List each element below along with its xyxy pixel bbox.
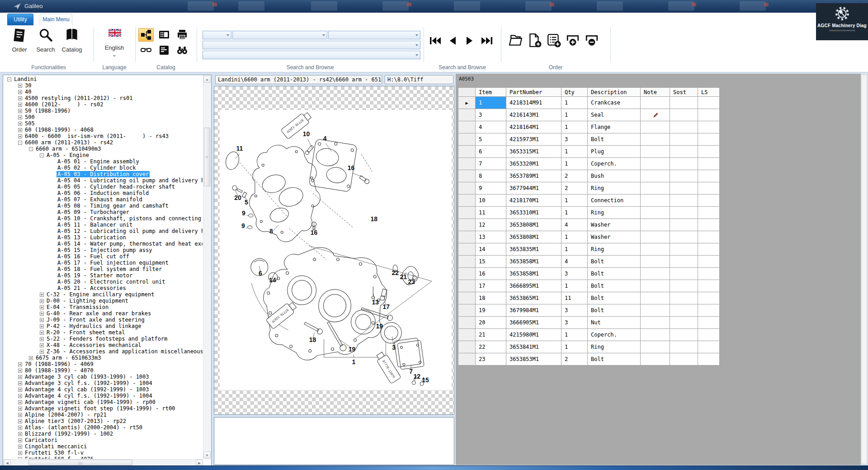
tree-item[interactable]: +G-40 - Rear axle and rear brakes	[4, 310, 203, 317]
table-row[interactable]: 93677944M12Ring	[458, 182, 720, 195]
expand-icon[interactable]: +	[40, 312, 44, 316]
note-cell[interactable]	[641, 304, 670, 317]
partnumber-cell[interactable]: 3666895M1	[506, 280, 561, 292]
ls-cell[interactable]	[698, 97, 720, 109]
sost-cell[interactable]	[670, 292, 698, 304]
tree-item-label[interactable]: D-00 - Lighting equipment	[46, 298, 129, 304]
partnumber-cell[interactable]: 3653858M1	[506, 268, 561, 280]
sost-cell[interactable]	[670, 219, 698, 231]
expand-icon[interactable]: +	[18, 122, 22, 126]
make-combobox[interactable]: Landini	[203, 31, 231, 39]
diagram-callout-10[interactable]: 10	[303, 130, 310, 138]
sost-cell[interactable]	[670, 109, 698, 121]
tree-item-label[interactable]: A-05 11 - Balancer unit	[57, 222, 133, 228]
ls-cell[interactable]	[698, 268, 720, 280]
expand-icon[interactable]: +	[18, 400, 22, 404]
diagram-callout-17[interactable]: 17	[383, 303, 390, 310]
tree-item[interactable]: +Advantage vigneti foot step (1994-1999)…	[4, 405, 203, 412]
tree-item-label[interactable]: Advantage vigneti cab (1994-1999) - rp00	[24, 399, 156, 405]
diagram-callout-12[interactable]: 12	[413, 373, 420, 380]
scroll-right-button[interactable]: ▶	[196, 460, 203, 466]
item-cell[interactable]: 12	[476, 219, 506, 231]
tree-item[interactable]: A-05 12 - Lubricating oil pump and deliv…	[4, 228, 203, 234]
description-cell[interactable]: Bolt	[588, 256, 641, 268]
sost-cell[interactable]	[670, 243, 698, 256]
tree-item[interactable]: A-05 15 - Injection pump assy	[4, 247, 203, 253]
tree-item[interactable]: -6600 arm (2011-2013) - rs42	[4, 139, 203, 146]
ls-cell[interactable]	[698, 329, 720, 341]
partnumber-cell[interactable]: 4215973M1	[506, 133, 561, 146]
image-source-field[interactable]: H:\8.0\Tiff	[385, 75, 453, 84]
item-cell[interactable]: 10	[476, 195, 506, 207]
tree-item[interactable]: +Advantage vigneti cab (1994-1999) - rp0…	[4, 399, 203, 405]
item-cell[interactable]: 20	[476, 317, 506, 329]
row-selector[interactable]	[458, 219, 476, 231]
sost-cell[interactable]	[670, 170, 698, 182]
ls-cell[interactable]	[698, 341, 720, 353]
tree-item-label[interactable]: Landini	[13, 76, 38, 82]
note-cell[interactable]	[641, 195, 670, 207]
column-header-note[interactable]: Note	[641, 88, 670, 97]
table-row[interactable]: 104218170M11Connection	[458, 195, 720, 207]
tree-item-label[interactable]: X-48 - Accessories mechanical	[46, 342, 142, 348]
tree-item-label[interactable]: Alpine (2004-2007) - rp21	[24, 412, 108, 418]
table-row[interactable]: 163653858M13Bolt	[458, 268, 720, 280]
collapse-icon[interactable]: -	[40, 153, 44, 157]
diagram-callout-1[interactable]: 1	[352, 358, 356, 366]
tree-item-label[interactable]: A-05 04 - Lubricating oil pump and deliv…	[57, 177, 203, 184]
table-row[interactable]: 83653789M12Bush	[458, 170, 720, 182]
order-list-add-button[interactable]	[545, 31, 562, 50]
note-cell[interactable]	[641, 243, 670, 256]
description-cell[interactable]: Ring	[588, 182, 641, 195]
qty-cell[interactable]: 1	[561, 146, 588, 158]
row-selector[interactable]	[458, 195, 476, 207]
expand-icon[interactable]: +	[18, 407, 22, 411]
tree-item[interactable]: +R-20 - Front sheet metal	[4, 329, 203, 336]
ls-cell[interactable]	[698, 219, 720, 231]
item-cell[interactable]: 13	[476, 231, 506, 243]
sost-cell[interactable]	[670, 304, 698, 317]
item-cell[interactable]: 19	[476, 304, 506, 317]
partnumber-cell[interactable]: 3653865M1	[506, 292, 561, 304]
tree-item[interactable]: A-05 10 - Crankshaft, pistons and connec…	[4, 215, 203, 222]
row-selector[interactable]	[458, 268, 476, 280]
diagram-callout-16[interactable]: 16	[311, 229, 318, 236]
tree-item-label[interactable]: A-05 05 - Cylinder head-rocker shaft	[57, 184, 176, 190]
tree-item[interactable]: +Alpine (2004-2007) - rp21	[4, 412, 203, 418]
row-selector[interactable]	[458, 256, 476, 268]
note-cell[interactable]	[641, 341, 670, 353]
description-cell[interactable]: Coperch.	[588, 158, 641, 170]
qty-cell[interactable]: 1	[561, 195, 588, 207]
table-row[interactable]: 143653835M11Ring	[458, 243, 720, 256]
tree-item[interactable]: A-05 19 - Starter motor	[4, 272, 203, 279]
expand-icon[interactable]: +	[18, 457, 22, 459]
chevron-down-icon[interactable]	[113, 55, 116, 57]
diagram-callout-23[interactable]: 23	[408, 278, 415, 285]
group-combobox[interactable]: A-05 - Engine	[203, 41, 420, 49]
description-cell[interactable]: Connection	[588, 195, 641, 207]
description-cell[interactable]: Crankcase	[588, 97, 641, 109]
row-selector[interactable]	[458, 280, 476, 292]
order-button[interactable]: Order	[6, 27, 33, 58]
ls-cell[interactable]	[698, 353, 720, 366]
expand-icon[interactable]: +	[18, 381, 22, 385]
tree-item-label[interactable]: 500	[24, 114, 36, 120]
row-selector[interactable]	[458, 353, 476, 366]
tree-item-label[interactable]: G-40 - Rear axle and rear brakes	[46, 310, 152, 317]
description-cell[interactable]: Ring	[588, 243, 641, 256]
item-cell[interactable]: 15	[476, 256, 506, 268]
expand-icon[interactable]: +	[18, 84, 22, 88]
ls-cell[interactable]	[698, 243, 720, 256]
item-cell[interactable]: 7	[476, 158, 506, 170]
tree-item[interactable]: +P-42 - Hydraulics and linkage	[4, 323, 203, 329]
sost-cell[interactable]	[670, 97, 698, 109]
partnumber-cell[interactable]: 4218314M91	[506, 97, 561, 109]
qty-cell[interactable]: 1	[561, 341, 588, 353]
tree-item[interactable]: +Advantage 3 cyl cab (1993-1999) - 1003	[4, 374, 203, 380]
tree-item[interactable]: -6660 arm - 6510490m3	[4, 146, 203, 152]
tree-item-label[interactable]: A-05 20 - Electronic control unit	[57, 279, 166, 285]
tree-item[interactable]: +Z-36 - Accessories and application misc…	[4, 348, 203, 355]
description-cell[interactable]: Bush	[588, 170, 641, 182]
version-combobox[interactable]: 6660 arm - 6510490m3	[328, 31, 420, 39]
tree-item-label[interactable]: 4500 restyling (2011-2012) - rs01	[24, 95, 133, 101]
